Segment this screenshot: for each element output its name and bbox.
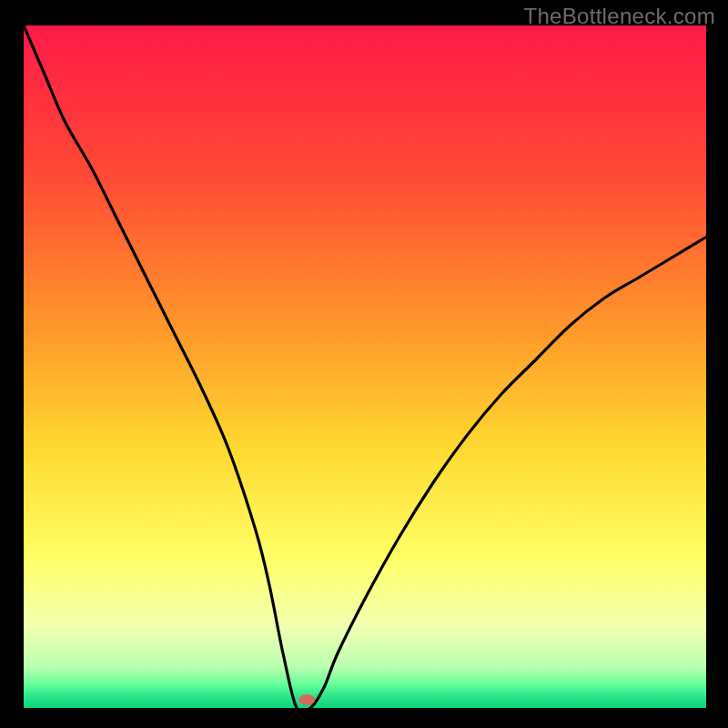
watermark-text: TheBottleneck.com	[523, 4, 715, 29]
bottleneck-chart	[24, 25, 706, 708]
chart-frame: TheBottleneck.com	[0, 0, 728, 728]
bottleneck-marker	[298, 694, 315, 705]
plot-background	[24, 25, 706, 708]
